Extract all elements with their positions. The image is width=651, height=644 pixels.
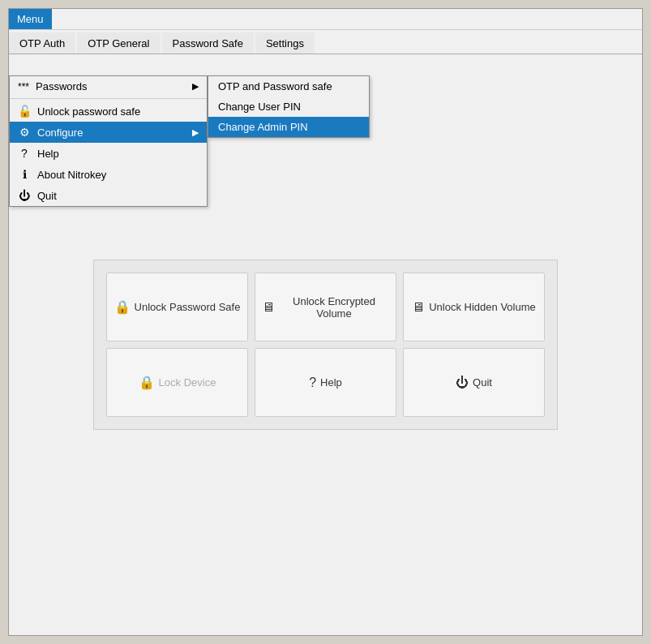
- tab-password-safe-label: Password Safe: [173, 37, 243, 49]
- tab-otp-auth[interactable]: OTP Auth: [9, 32, 75, 54]
- tab-settings[interactable]: Settings: [255, 32, 315, 54]
- passwords-arrow-icon: ▶: [192, 81, 199, 92]
- quit-menu-icon: ⏻: [18, 189, 31, 202]
- content-area: 🔒 Unlock Password Safe 🖥 Unlock Encrypte…: [9, 54, 642, 635]
- menu-item-passwords[interactable]: *** Passwords ▶: [10, 76, 207, 97]
- passwords-label: Passwords: [36, 80, 186, 92]
- about-label: About Nitrokey: [37, 169, 199, 181]
- submenu-item-change-user-pin[interactable]: Change User PIN: [208, 97, 369, 117]
- quit-button[interactable]: ⏻ Quit: [403, 348, 545, 417]
- submenu-item-change-admin-pin[interactable]: Change Admin PIN: [208, 117, 369, 137]
- quit-icon: ⏻: [456, 376, 469, 390]
- unlock-password-safe-menu-label: Unlock password safe: [37, 105, 199, 118]
- unlock-hidden-volume-icon: 🖥: [412, 300, 425, 315]
- help-menu-label: Help: [37, 148, 199, 160]
- button-grid: 🔒 Unlock Password Safe 🖥 Unlock Encrypte…: [93, 260, 558, 430]
- submenu-change-user-pin-label: Change User PIN: [218, 101, 301, 113]
- menubar: Menu: [9, 9, 642, 30]
- configure-icon: ⚙: [18, 126, 31, 139]
- help-button[interactable]: ? Help: [255, 348, 396, 417]
- sub-menu-configure[interactable]: OTP and Password safe Change User PIN Ch…: [208, 75, 370, 138]
- quit-label: Quit: [473, 376, 492, 389]
- help-icon: ?: [309, 376, 316, 390]
- menu-item-configure[interactable]: ⚙ Configure ▶: [10, 122, 207, 143]
- tabbar: OTP Auth OTP General Password Safe Setti…: [9, 30, 642, 54]
- passwords-icon: ***: [18, 81, 29, 92]
- quit-menu-label: Quit: [37, 190, 199, 202]
- lock-device-label: Lock Device: [159, 376, 216, 389]
- unlock-encrypted-volume-button[interactable]: 🖥 Unlock Encrypted Volume: [255, 273, 396, 341]
- unlock-password-safe-label: Unlock Password Safe: [135, 301, 241, 313]
- unlock-encrypted-volume-icon: 🖥: [262, 300, 275, 315]
- menu-button[interactable]: Menu: [9, 9, 52, 29]
- menu-label: Menu: [17, 13, 44, 25]
- menu-item-unlock-password-safe[interactable]: 🔓 Unlock password safe: [10, 101, 207, 122]
- tab-otp-auth-label: OTP Auth: [19, 37, 65, 49]
- submenu-change-admin-pin-label: Change Admin PIN: [218, 121, 308, 133]
- main-window: Menu OTP Auth OTP General Password Safe …: [8, 8, 643, 636]
- menu-item-about[interactable]: ℹ About Nitrokey: [10, 164, 207, 185]
- tab-otp-general[interactable]: OTP General: [77, 32, 160, 54]
- main-menu[interactable]: *** Passwords ▶ 🔓 Unlock password safe ⚙…: [9, 75, 208, 207]
- menu-item-help[interactable]: ? Help: [10, 143, 207, 164]
- menu-separator-1: [10, 98, 207, 99]
- help-label: Help: [320, 376, 342, 389]
- menu-item-quit[interactable]: ⏻ Quit: [10, 185, 207, 206]
- help-menu-icon: ?: [18, 147, 31, 160]
- unlock-hidden-volume-button[interactable]: 🖥 Unlock Hidden Volume: [403, 273, 545, 341]
- configure-arrow-icon: ▶: [192, 127, 199, 138]
- unlock-password-safe-button[interactable]: 🔒 Unlock Password Safe: [106, 273, 248, 341]
- unlock-password-safe-icon: 🔒: [114, 299, 131, 315]
- unlock-hidden-volume-label: Unlock Hidden Volume: [429, 301, 536, 313]
- tab-settings-label: Settings: [266, 37, 304, 49]
- unlock-encrypted-volume-label: Unlock Encrypted Volume: [279, 295, 389, 320]
- configure-label: Configure: [37, 127, 186, 139]
- lock-device-button[interactable]: 🔒 Lock Device: [106, 348, 248, 417]
- submenu-item-otp-and-password-safe[interactable]: OTP and Password safe: [208, 76, 369, 97]
- submenu-otp-and-password-safe-label: OTP and Password safe: [218, 80, 332, 92]
- unlock-password-safe-menu-icon: 🔓: [18, 105, 31, 118]
- lock-device-icon: 🔒: [139, 375, 155, 390]
- about-icon: ℹ: [18, 168, 31, 181]
- tab-password-safe[interactable]: Password Safe: [162, 32, 254, 54]
- tab-otp-general-label: OTP General: [88, 37, 149, 49]
